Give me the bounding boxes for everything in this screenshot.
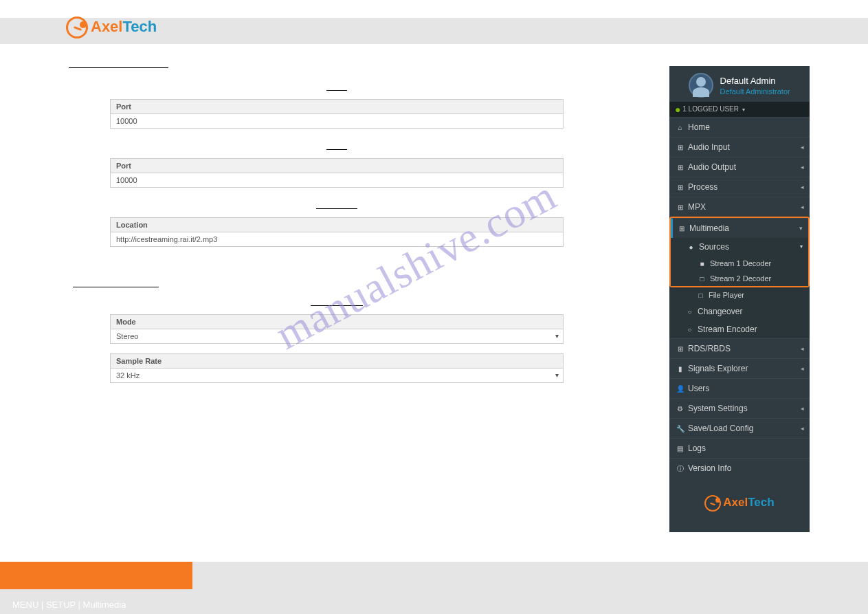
field-location: Location http://icestreaming.rai.it/2.mp… (110, 217, 564, 247)
port2-value[interactable]: 10000 (110, 173, 564, 188)
caret-left-icon: ◂ (801, 204, 804, 210)
nav-system-label: System Settings (688, 404, 748, 413)
nav-stream-encoder-label: Stream Encoder (698, 325, 757, 334)
nav-multimedia[interactable]: ⊞Multimedia▾ (671, 218, 808, 238)
field-mode: Mode Stereo (110, 314, 564, 344)
caret-down-icon: ▾ (800, 243, 803, 250)
nav-save-load[interactable]: 🔧Save/Load Config◂ (669, 418, 810, 438)
status-text: 1 LOGGED USER (682, 105, 739, 113)
brand-axel: Axel (723, 496, 748, 509)
square-icon: □ (697, 292, 704, 299)
nav-home[interactable]: ⌂Home (669, 117, 810, 137)
avatar-icon (689, 73, 713, 98)
nav-changeover[interactable]: ○Changeover (669, 303, 810, 320)
bullet-icon: ● (687, 243, 695, 251)
nav-rds-label: RDS/RBDS (688, 344, 731, 353)
circle-icon: ○ (686, 308, 693, 316)
grid-icon: ⊞ (676, 164, 684, 171)
brand-tech: Tech (122, 18, 157, 35)
nav-version[interactable]: ⓘVersion Info (669, 458, 810, 479)
mode-label: Mode (110, 314, 564, 329)
main-content: Port 10000 Port 10000 Location http://ic… (69, 55, 605, 404)
nav-logs[interactable]: ▤Logs (669, 438, 810, 458)
field-divider-1 (326, 90, 347, 91)
field-port-2: Port 10000 (110, 158, 564, 188)
brand-axel: Axel (91, 18, 122, 35)
footer-breadcrumb: MENU | SETUP | Multimedia (12, 600, 126, 610)
nav-version-label: Version Info (688, 463, 731, 473)
nav-stream2-label: Stream 2 Decoder (710, 274, 771, 283)
nav-changeover-label: Changeover (698, 307, 742, 316)
logo-swirl-icon (66, 17, 88, 39)
nav-mpx[interactable]: ⊞MPX◂ (669, 197, 810, 217)
nav-sources-label: Sources (699, 242, 729, 252)
port1-label: Port (110, 99, 564, 113)
caret-left-icon: ◂ (801, 345, 804, 352)
circle-icon: ○ (686, 326, 693, 333)
nav-multimedia-label: Multimedia (689, 223, 729, 233)
square-icon: □ (698, 275, 706, 283)
nav-system-settings[interactable]: ⚙System Settings◂ (669, 398, 810, 418)
field-divider-2 (326, 149, 347, 150)
grid-icon: ⊞ (676, 345, 684, 353)
samplerate-select[interactable]: 32 kHz (110, 368, 564, 383)
sidebar-header: Default Admin Default Administrator (669, 66, 810, 102)
nav-process[interactable]: ⊞Process◂ (669, 177, 810, 197)
nav-audio-output-label: Audio Output (688, 162, 736, 172)
nav-file-player[interactable]: □File Player (669, 287, 810, 303)
nav-mpx-label: MPX (688, 202, 706, 212)
caret-left-icon: ◂ (801, 425, 804, 432)
port2-label: Port (110, 158, 564, 173)
mode-select[interactable]: Stereo (110, 329, 564, 344)
field-sample-rate: Sample Rate 32 kHz (110, 353, 564, 383)
caret-down-icon: ▾ (799, 225, 803, 232)
field-divider-4 (311, 305, 363, 306)
nav-sources[interactable]: ●Sources▾ (671, 238, 808, 256)
nav-audio-output[interactable]: ⊞Audio Output◂ (669, 157, 810, 177)
status-caret-icon: ▾ (742, 107, 745, 113)
nav-users[interactable]: 👤Users (669, 378, 810, 398)
login-status[interactable]: ● 1 LOGGED USER ▾ (669, 102, 810, 117)
grid-icon: ⊞ (676, 184, 684, 191)
caret-left-icon: ◂ (801, 365, 804, 372)
port1-value[interactable]: 10000 (110, 113, 564, 129)
grid-icon: ⊞ (676, 144, 684, 151)
logo-swirl-icon (704, 495, 721, 512)
list-icon: ▤ (676, 445, 684, 452)
location-value[interactable]: http://icestreaming.rai.it/2.mp3 (110, 232, 564, 247)
user-role: Default Administrator (720, 87, 790, 96)
nav-sidebar: Default Admin Default Administrator ● 1 … (669, 66, 810, 532)
caret-left-icon: ◂ (801, 164, 804, 171)
nav-signals[interactable]: ▮Signals Explorer◂ (669, 358, 810, 378)
brand-logo-top: AxelTech (66, 17, 157, 39)
highlighted-nav-section: ⊞Multimedia▾ ●Sources▾ ■Stream 1 Decoder… (669, 217, 810, 287)
location-label: Location (110, 217, 564, 232)
samplerate-label: Sample Rate (110, 353, 564, 368)
section-underline-2 (73, 287, 159, 287)
footer-orange-block (0, 562, 192, 589)
nav-stream-encoder[interactable]: ○Stream Encoder (669, 320, 810, 338)
field-port-1: Port 10000 (110, 99, 564, 129)
bars-icon: ▮ (676, 365, 684, 373)
nav-stream2-decoder[interactable]: □Stream 2 Decoder (671, 271, 808, 286)
caret-left-icon: ◂ (801, 405, 804, 412)
user-name: Default Admin (720, 76, 776, 86)
caret-left-icon: ◂ (801, 144, 804, 151)
nav-logs-label: Logs (688, 443, 706, 453)
status-dot-icon: ● (675, 104, 680, 115)
nav-rds[interactable]: ⊞RDS/RBDS◂ (669, 338, 810, 358)
nav-home-label: Home (688, 122, 710, 132)
nav-process-label: Process (688, 182, 717, 192)
info-icon: ⓘ (676, 464, 684, 474)
nav-users-label: Users (688, 384, 709, 393)
sidebar-brand-logo: AxelTech (669, 479, 810, 518)
section-underline-1 (69, 67, 168, 68)
nav-stream1-decoder[interactable]: ■Stream 1 Decoder (671, 256, 808, 271)
nav-saveload-label: Save/Load Config (688, 424, 753, 433)
nav-audio-input[interactable]: ⊞Audio Input◂ (669, 137, 810, 157)
nav-file-player-label: File Player (709, 291, 744, 299)
user-icon: 👤 (676, 385, 684, 393)
nav-stream1-label: Stream 1 Decoder (710, 259, 771, 267)
field-divider-3 (316, 208, 357, 209)
nav-signals-label: Signals Explorer (688, 364, 748, 373)
